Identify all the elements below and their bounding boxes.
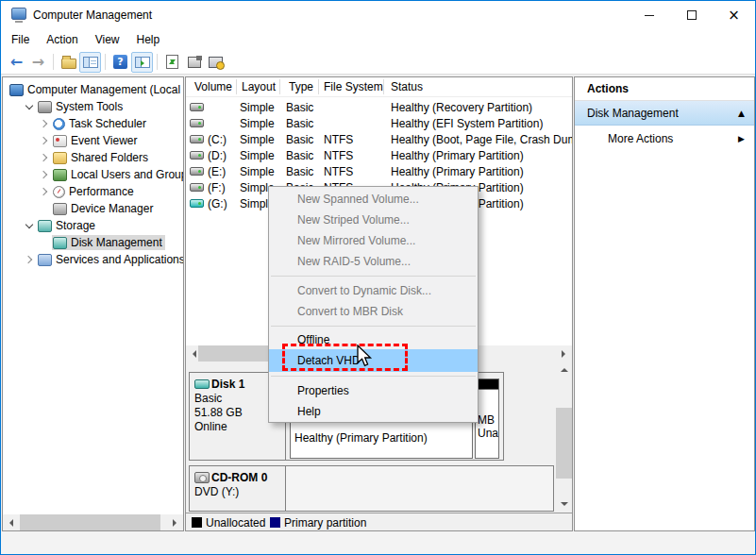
scroll-right-button[interactable] bbox=[556, 345, 572, 362]
mouse-cursor bbox=[355, 345, 373, 372]
tree-item-performance[interactable]: Performance bbox=[3, 183, 183, 200]
collapse-icon[interactable]: ▲ bbox=[738, 109, 745, 118]
column-volume[interactable]: Volume bbox=[194, 80, 232, 93]
expand-chevron[interactable] bbox=[37, 121, 52, 126]
menu-item-convert-to-dynamic-disk[interactable]: Convert to Dynamic Disk... bbox=[269, 280, 478, 301]
storage-icon bbox=[38, 220, 52, 232]
tree-item-disk-management[interactable]: Disk Management bbox=[3, 234, 183, 251]
volume-icon bbox=[190, 135, 204, 143]
help-icon: ? bbox=[113, 55, 127, 69]
unallocated-size: MB bbox=[478, 413, 498, 427]
tree-item-system-tools[interactable]: System Tools bbox=[3, 98, 183, 115]
unallocated-bar bbox=[476, 379, 498, 390]
tree-item-storage[interactable]: Storage bbox=[3, 217, 183, 234]
column-type[interactable]: Type bbox=[289, 80, 313, 93]
scroll-up-button[interactable] bbox=[556, 362, 572, 378]
expand-chevron[interactable] bbox=[37, 138, 52, 143]
cdrom-label[interactable]: CD-ROM 0 DVD (Y:) bbox=[190, 466, 286, 511]
tree-item-device-manager[interactable]: Device Manager bbox=[3, 200, 183, 217]
menu-item-help[interactable]: Help bbox=[269, 401, 478, 422]
refresh-button[interactable] bbox=[161, 52, 183, 73]
menu-help[interactable]: Help bbox=[128, 29, 169, 50]
event-viewer-icon bbox=[53, 135, 67, 147]
expand-chevron[interactable] bbox=[22, 225, 37, 227]
menu-item-new-spanned-volume[interactable]: New Spanned Volume... bbox=[269, 189, 478, 210]
volume-row-e[interactable]: (E:) Simple Basic NTFS Healthy (Primary … bbox=[186, 164, 572, 180]
column-file-system[interactable]: File System bbox=[324, 80, 383, 93]
menu-view[interactable]: View bbox=[87, 29, 128, 50]
tree-horizontal-scrollbar[interactable] bbox=[3, 514, 183, 530]
tree-selection: Disk Management bbox=[52, 235, 165, 250]
export-list-button[interactable] bbox=[58, 52, 79, 73]
volume-row[interactable]: Simple Basic Healthy (EFI System Partiti… bbox=[186, 116, 572, 132]
scroll-down-icon bbox=[561, 502, 568, 510]
tree-item-local-users-groups[interactable]: Local Users and Groups bbox=[3, 166, 183, 183]
tree-item-task-scheduler[interactable]: Task Scheduler bbox=[3, 115, 183, 132]
menu-item-new-raid5-volume[interactable]: New RAID-5 Volume... bbox=[269, 251, 478, 272]
scroll-down-button[interactable] bbox=[556, 496, 572, 513]
scroll-right-button[interactable] bbox=[167, 514, 183, 530]
column-layout[interactable]: Layout bbox=[242, 80, 276, 93]
task-scheduler-icon bbox=[53, 118, 65, 130]
chevron-down-icon bbox=[25, 101, 33, 109]
scroll-left-icon bbox=[6, 519, 13, 527]
chevron-right-icon bbox=[40, 171, 47, 178]
volume-row-d[interactable]: (D:) Simple Basic NTFS Healthy (Primary … bbox=[186, 148, 572, 164]
help-button[interactable]: ? bbox=[109, 52, 131, 73]
scroll-left-button[interactable] bbox=[3, 514, 19, 530]
toolbar-separator bbox=[53, 54, 54, 70]
show-console-tree-button[interactable] bbox=[79, 52, 101, 73]
users-icon bbox=[53, 169, 67, 181]
toolbar-separator bbox=[157, 54, 158, 70]
expand-chevron[interactable] bbox=[37, 155, 52, 160]
chevron-right-icon bbox=[40, 154, 47, 161]
scroll-up-icon bbox=[561, 364, 568, 372]
minimize-icon bbox=[645, 15, 654, 16]
expand-chevron[interactable] bbox=[37, 172, 52, 177]
expand-chevron[interactable] bbox=[22, 106, 37, 109]
unallocated-label: Unallo bbox=[478, 427, 498, 440]
tree-item-computer-management[interactable]: Computer Management (Local bbox=[3, 81, 183, 98]
toolbar-separator bbox=[105, 54, 106, 70]
computer-icon bbox=[9, 84, 24, 96]
properties-button[interactable] bbox=[183, 52, 205, 73]
more-actions-item[interactable]: More Actions ▶ bbox=[575, 127, 754, 150]
menu-item-convert-to-mbr-disk[interactable]: Convert to MBR Disk bbox=[269, 301, 478, 322]
chevron-right-icon bbox=[25, 256, 32, 263]
new-taskpad-button[interactable] bbox=[205, 52, 227, 73]
menu-item-new-mirrored-volume[interactable]: New Mirrored Volume... bbox=[269, 230, 478, 251]
show-action-pane-button[interactable] bbox=[131, 52, 153, 73]
menu-item-properties[interactable]: Properties bbox=[269, 380, 478, 401]
unallocated-legend-swatch bbox=[192, 517, 202, 528]
expand-chevron[interactable] bbox=[37, 189, 52, 194]
menu-separator bbox=[269, 322, 478, 330]
scrollbar-thumb[interactable] bbox=[556, 408, 572, 479]
menu-separator bbox=[269, 272, 478, 280]
minimize-button[interactable] bbox=[628, 1, 670, 29]
tree-item-event-viewer[interactable]: Event Viewer bbox=[3, 132, 183, 149]
menu-action[interactable]: Action bbox=[38, 29, 86, 50]
volume-row-c[interactable]: (C:) Simple Basic NTFS Healthy (Boot, Pa… bbox=[186, 132, 572, 148]
scrollbar-thumb[interactable] bbox=[20, 514, 160, 530]
volume-icon bbox=[190, 167, 204, 176]
red-highlight-annotation bbox=[282, 344, 408, 371]
actions-group-disk-management[interactable]: Disk Management ▲ bbox=[575, 101, 754, 126]
device-manager-icon bbox=[53, 203, 67, 215]
expand-chevron[interactable] bbox=[22, 257, 37, 262]
menu-item-new-striped-volume[interactable]: New Striped Volume... bbox=[269, 210, 478, 230]
forward-button[interactable]: → bbox=[27, 52, 49, 73]
back-button[interactable]: ← bbox=[6, 52, 27, 73]
maximize-button[interactable] bbox=[670, 1, 713, 29]
column-status[interactable]: Status bbox=[391, 80, 423, 93]
menu-file[interactable]: File bbox=[3, 29, 38, 50]
volume-row[interactable]: Simple Basic Healthy (Recovery Partition… bbox=[186, 100, 572, 116]
volume-icon bbox=[190, 151, 204, 160]
tree-item-shared-folders[interactable]: Shared Folders bbox=[3, 149, 183, 166]
graphical-view-vertical-scrollbar[interactable] bbox=[556, 362, 572, 513]
window-title: Computer Management bbox=[33, 8, 152, 22]
chevron-down-icon bbox=[25, 220, 33, 227]
menu-separator bbox=[269, 372, 478, 380]
close-button[interactable]: × bbox=[713, 1, 755, 29]
scroll-right-icon bbox=[173, 519, 180, 527]
tree-item-services-applications[interactable]: Services and Applications bbox=[3, 251, 183, 268]
